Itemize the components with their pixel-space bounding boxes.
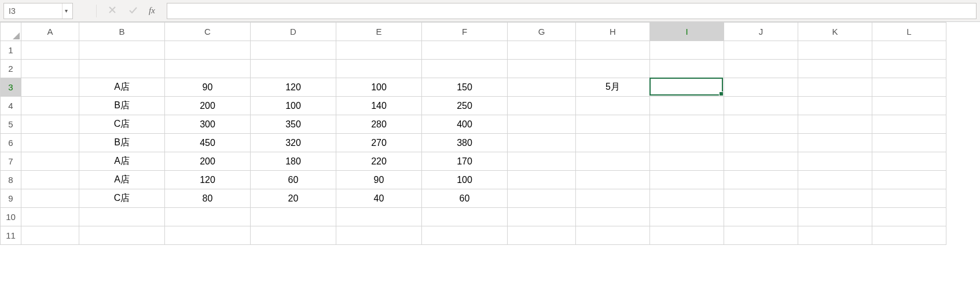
row-head-9[interactable]: 9 [1, 189, 21, 208]
main-val[interactable]: 180 [251, 152, 336, 171]
main-store[interactable]: B店 [79, 97, 165, 115]
cell[interactable] [508, 134, 576, 152]
main-store[interactable]: C店 [79, 115, 165, 134]
col-head-B[interactable]: B [79, 23, 165, 41]
cell[interactable] [798, 97, 872, 115]
main-header[interactable]: 5月 [251, 60, 336, 78]
cell[interactable] [21, 189, 79, 208]
side-header-blank[interactable] [576, 60, 650, 78]
cell[interactable] [79, 226, 165, 245]
formula-input[interactable] [167, 3, 977, 19]
cell[interactable] [21, 97, 79, 115]
cell[interactable] [650, 226, 724, 245]
cell[interactable] [724, 152, 798, 171]
main-val[interactable]: 270 [336, 134, 422, 152]
cell[interactable] [21, 152, 79, 171]
row-head-11[interactable]: 11 [1, 226, 21, 245]
side-val[interactable] [798, 78, 872, 97]
cell[interactable] [724, 97, 798, 115]
cell[interactable] [576, 115, 650, 134]
col-head-K[interactable]: K [798, 23, 872, 41]
main-header[interactable]: 店舗 [79, 60, 165, 78]
cell[interactable] [508, 226, 576, 245]
main-val[interactable]: 380 [422, 134, 508, 152]
cell[interactable] [576, 152, 650, 171]
row-head-1[interactable]: 1 [1, 41, 21, 60]
name-box-dropdown-icon[interactable]: ▾ [62, 3, 68, 19]
main-val[interactable]: 40 [336, 189, 422, 208]
col-head-I[interactable]: I [650, 23, 724, 41]
cell[interactable] [21, 208, 79, 226]
cell[interactable] [650, 115, 724, 134]
cell[interactable] [336, 226, 422, 245]
col-head-A[interactable]: A [21, 23, 79, 41]
row-head-6[interactable]: 6 [1, 134, 21, 152]
cell[interactable] [872, 134, 946, 152]
col-head-G[interactable]: G [508, 23, 576, 41]
cell[interactable] [508, 189, 576, 208]
main-header[interactable]: 6月 [336, 60, 422, 78]
cell[interactable] [798, 152, 872, 171]
cell[interactable] [21, 134, 79, 152]
main-val[interactable]: 140 [336, 97, 422, 115]
cell[interactable] [21, 171, 79, 189]
cell[interactable] [576, 189, 650, 208]
cell[interactable] [724, 134, 798, 152]
cell[interactable] [165, 41, 251, 60]
fx-icon[interactable]: fx [149, 6, 155, 16]
cell[interactable] [872, 97, 946, 115]
cell[interactable] [576, 226, 650, 245]
cell[interactable] [165, 226, 251, 245]
cell[interactable] [724, 208, 798, 226]
cell[interactable] [798, 41, 872, 60]
cell[interactable] [872, 78, 946, 97]
col-head-J[interactable]: J [724, 23, 798, 41]
row-head-3[interactable]: 3 [1, 78, 21, 97]
cell[interactable] [508, 171, 576, 189]
main-val[interactable]: 220 [336, 152, 422, 171]
cell-I3-active[interactable] [650, 78, 724, 97]
main-val[interactable]: 450 [165, 134, 251, 152]
cell[interactable] [872, 60, 946, 78]
main-val[interactable]: 60 [251, 171, 336, 189]
cell[interactable] [576, 97, 650, 115]
cell[interactable] [798, 189, 872, 208]
cell[interactable] [576, 41, 650, 60]
main-val[interactable]: 80 [165, 189, 251, 208]
main-val[interactable]: 60 [422, 189, 508, 208]
col-head-C[interactable]: C [165, 23, 251, 41]
cell[interactable] [508, 97, 576, 115]
cell[interactable] [724, 171, 798, 189]
cell[interactable] [872, 115, 946, 134]
cell[interactable] [336, 208, 422, 226]
cell[interactable] [724, 41, 798, 60]
cell[interactable] [508, 41, 576, 60]
cell[interactable] [872, 41, 946, 60]
main-val[interactable]: 20 [251, 189, 336, 208]
cell[interactable] [576, 171, 650, 189]
cell[interactable] [21, 60, 79, 78]
main-store[interactable]: A店 [79, 171, 165, 189]
spreadsheet[interactable]: A B C D E F G H I J K L 1 2 店舗 4月 5月 6月 … [0, 22, 980, 245]
select-all-corner[interactable] [1, 23, 21, 41]
cell[interactable] [79, 41, 165, 60]
main-val[interactable]: 400 [422, 115, 508, 134]
side-row-label[interactable]: 5月 [576, 78, 650, 97]
main-val[interactable]: 100 [251, 97, 336, 115]
grid[interactable]: A B C D E F G H I J K L 1 2 店舗 4月 5月 6月 … [0, 22, 946, 245]
cell[interactable] [798, 115, 872, 134]
row-head-4[interactable]: 4 [1, 97, 21, 115]
cell[interactable] [872, 226, 946, 245]
cell[interactable] [724, 189, 798, 208]
cell[interactable] [650, 189, 724, 208]
cell[interactable] [650, 152, 724, 171]
cell[interactable] [508, 208, 576, 226]
cell[interactable] [508, 152, 576, 171]
main-header[interactable]: 7月 [422, 60, 508, 78]
cell[interactable] [872, 189, 946, 208]
cell[interactable] [21, 115, 79, 134]
main-header[interactable]: 4月 [165, 60, 251, 78]
cell[interactable] [422, 41, 508, 60]
cell[interactable] [650, 208, 724, 226]
main-val[interactable]: 120 [165, 171, 251, 189]
